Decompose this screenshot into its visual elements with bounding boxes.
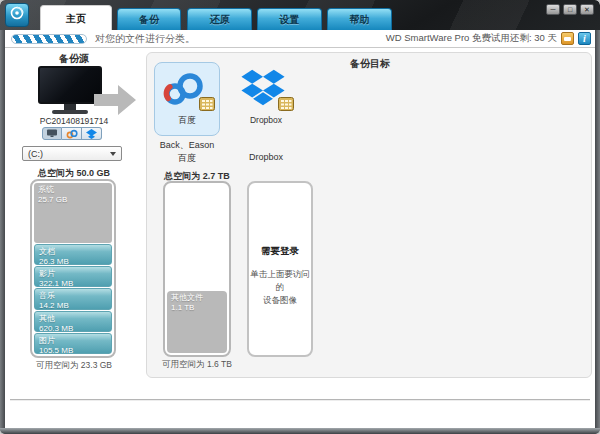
status-banner: 对您的文件进行分类。 WD SmartWare Pro 免费试用还剩: 30 天… <box>5 30 595 48</box>
tab-help[interactable]: 帮助 <box>327 8 392 30</box>
baidu-account-name: Back、Eason <box>147 139 227 152</box>
chevron-down-icon <box>110 152 116 156</box>
window-frame-bottom <box>0 428 600 434</box>
source-baidu-button[interactable] <box>62 127 82 140</box>
maximize-button[interactable]: □ <box>563 4 577 15</box>
trial-remaining-text: WD SmartWare Pro 免费试用还剩: 30 天 <box>386 32 557 45</box>
dropbox-login-required-box: 需要登录 单击上面要访问的 设备图像 <box>247 181 313 357</box>
source-capacity-bar: 系统25.7 GB 文档26.3 MB 影片322.1 MB 音乐14.2 MB… <box>30 179 116 358</box>
progress-stripes-indicator <box>11 34 87 44</box>
window-frame-right <box>595 30 600 434</box>
wd-logo-icon <box>9 5 25 25</box>
mini-computer-icon <box>46 129 58 138</box>
source-dropbox-button[interactable] <box>82 127 102 140</box>
monitor-base <box>52 110 88 114</box>
mini-baidu-cloud-icon <box>66 129 78 139</box>
baidu-service-name: 百度 <box>147 152 227 165</box>
computer-monitor-icon[interactable] <box>38 66 102 104</box>
mini-dropbox-icon <box>86 129 97 139</box>
source-free-space: 可用空间为 23.3 GB <box>8 360 140 372</box>
wd-smartware-logo-button[interactable] <box>5 3 29 27</box>
segment-other-files: 其他文件 1.1 TB <box>167 291 227 353</box>
target-capacity-bar: 其他文件 1.1 TB <box>163 181 231 357</box>
footer-divider <box>10 399 590 401</box>
upgrade-purchase-button[interactable] <box>561 32 574 45</box>
storage-grid-badge-icon <box>278 97 294 115</box>
info-button[interactable]: i <box>578 32 591 45</box>
window-frame-left <box>0 30 5 434</box>
segment-pictures: 图片105.5 MB <box>34 333 112 354</box>
segment-other: 其他620.3 MB <box>34 311 112 332</box>
segment-music: 音乐14.2 MB <box>34 288 112 309</box>
arrow-right-icon <box>94 82 138 122</box>
device-tile-dropbox[interactable]: Dropbox <box>233 62 299 136</box>
source-computer-button[interactable] <box>42 127 62 140</box>
device-tile-baidu[interactable]: 百度 <box>154 62 220 136</box>
segment-movies: 影片322.1 MB <box>34 266 112 287</box>
baidu-tile-label: 百度 <box>155 115 219 127</box>
window-controls: ─ □ ✕ <box>546 4 594 15</box>
banner-message: 对您的文件进行分类。 <box>95 32 195 46</box>
login-required-title: 需要登录 <box>249 245 311 258</box>
segment-documents: 文档26.3 MB <box>34 244 112 265</box>
tab-home[interactable]: 主页 <box>40 5 112 30</box>
tab-restore[interactable]: 还原 <box>187 8 252 30</box>
backup-target-panel: 备份目标 <box>146 52 592 378</box>
source-type-switcher <box>42 127 102 140</box>
storage-grid-badge-icon <box>199 97 215 115</box>
target-free-space: 可用空间为 1.6 TB <box>147 359 247 371</box>
app-window: 主页 备份 还原 设置 帮助 ─ □ ✕ 对您的文件进行分类。 WD Smart… <box>0 0 600 434</box>
minimize-button[interactable]: ─ <box>546 4 560 15</box>
dropbox-tile-label: Dropbox <box>234 115 298 125</box>
dropbox-service-name: Dropbox <box>226 152 306 162</box>
tab-backup[interactable]: 备份 <box>117 8 181 30</box>
close-button[interactable]: ✕ <box>580 4 594 15</box>
login-required-hint: 单击上面要访问的 设备图像 <box>249 268 311 306</box>
backup-source-title: 备份源 <box>8 52 140 66</box>
drive-dropdown-value: (C:) <box>28 149 43 159</box>
drive-dropdown[interactable]: (C:) <box>22 146 122 161</box>
tab-settings[interactable]: 设置 <box>257 8 322 30</box>
segment-system: 系统25.7 GB <box>34 183 112 243</box>
